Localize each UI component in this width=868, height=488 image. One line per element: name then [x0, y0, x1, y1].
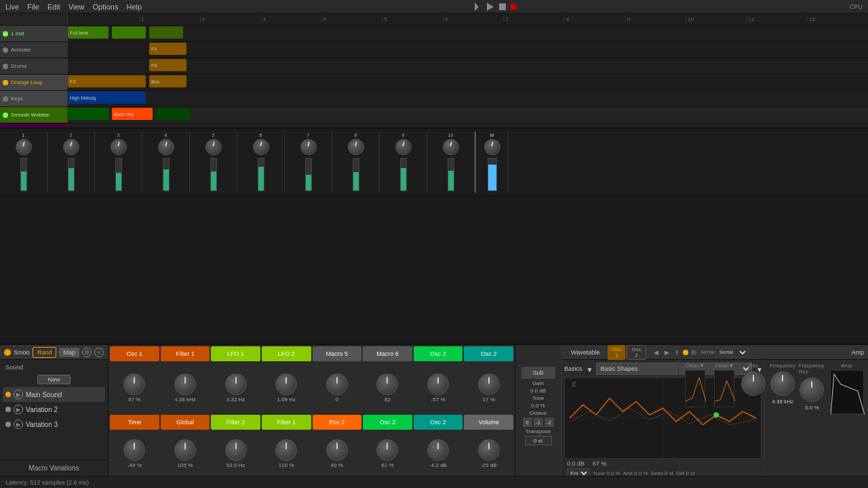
mixer-ch-8: 8 [332, 131, 380, 192]
mixer-send-knob-2[interactable] [63, 139, 79, 155]
track-7-clips[interactable] [68, 123, 868, 129]
macro-btn-osc2gain[interactable]: Osc 2Gain [414, 415, 463, 430]
sub-button[interactable]: Sub [521, 367, 555, 379]
octave-0-btn[interactable]: 0 [523, 418, 532, 427]
sound-item-var3[interactable]: ▶ Variation 3 [3, 417, 105, 432]
transpose-input[interactable] [525, 436, 552, 445]
mixer-send-knob-10[interactable] [443, 139, 459, 155]
menu-live[interactable]: Live [5, 3, 19, 11]
mixer-send-knob-4[interactable] [158, 139, 174, 155]
mixer-send-knob-3[interactable] [111, 139, 127, 155]
track-2-clips[interactable]: FX [68, 42, 868, 58]
mixer-send-knob-8[interactable] [348, 139, 364, 155]
macro-knob-osc2gain[interactable] [427, 439, 449, 461]
osc2-tab[interactable]: Osc 2 [627, 345, 646, 360]
macro-knob-lfo2rate[interactable] [275, 373, 297, 395]
mixer-send-knob-6[interactable] [253, 139, 269, 155]
macro-knob-osc2pos[interactable] [376, 439, 398, 461]
mixer-master: M [475, 131, 509, 192]
macro-btn-osc2effect2[interactable]: Osc 2Effect 2 [464, 346, 513, 361]
amp-label: Amp [851, 349, 864, 356]
menu-help[interactable]: Help [126, 3, 142, 11]
wt-pos-marker[interactable] [713, 412, 719, 418]
macro-btn-filter1freq[interactable]: Filter 1Freq [161, 346, 210, 361]
track-1-clips[interactable]: Full beat [68, 26, 868, 41]
macro-knob-macro5[interactable] [326, 373, 348, 395]
res-knob[interactable] [741, 371, 766, 396]
wavetable-title: Wavetable [571, 349, 599, 356]
mixer-send-knob-1[interactable] [16, 139, 32, 155]
new-sound-button[interactable]: New [37, 375, 70, 384]
time-mark-5: 5 [382, 16, 443, 22]
octave-minus2-btn[interactable]: -2 [545, 418, 554, 427]
macro-btn-time[interactable]: Time [110, 415, 159, 430]
stop-btn[interactable] [499, 3, 506, 10]
macro-btn-osc1pos[interactable]: Osc 1Pos [110, 346, 159, 361]
macro-btn-lfo1rate[interactable]: LFO 1Rate [211, 346, 260, 361]
macro-knob-time[interactable] [123, 439, 145, 461]
mixer-ch-5: 5 [190, 131, 237, 192]
wt-prev-btn[interactable]: ◀ [652, 348, 661, 357]
tone-label: Tone [532, 395, 544, 401]
sound-item-var2[interactable]: ▶ Variation 2 [3, 402, 105, 417]
wavetable-body: Basics ▼ Basic Shapes ▼ C [561, 360, 678, 481]
close-icon[interactable]: × [94, 348, 104, 357]
macro-knob-volume[interactable] [478, 439, 500, 461]
menu-edit[interactable]: Edit [47, 3, 60, 11]
macro-btn-lfo2rate[interactable]: LFO 2Rate [262, 346, 311, 361]
mixer-send-knob-9[interactable] [395, 139, 412, 155]
mixer-master-knob[interactable] [484, 139, 500, 155]
octave-buttons: 0 -1 -2 [523, 418, 554, 427]
macro-btn-macro5[interactable]: Macro 5 [313, 346, 362, 361]
freqres-knob[interactable] [800, 378, 824, 402]
macro-knob-env2peak[interactable] [326, 439, 348, 461]
osc1-tab[interactable]: Osc 1 [608, 345, 625, 360]
freq-knob[interactable] [770, 371, 795, 396]
macro-val-lfo2rate: 1.09 Hz [277, 396, 296, 403]
macro-knob-filter1freq[interactable] [174, 373, 196, 395]
menu-view[interactable]: View [68, 3, 85, 11]
play-btn[interactable] [487, 3, 495, 11]
menu-options[interactable]: Options [93, 3, 119, 11]
macro-btn-macro6[interactable]: Macro 6 [363, 346, 412, 361]
settings-icon[interactable]: ⚙ [82, 348, 92, 357]
macro-btn-osc2effect1[interactable]: Osc 2Effect 1 [414, 346, 463, 361]
record-btn[interactable] [510, 3, 517, 10]
octave-label: Octave [530, 410, 547, 416]
track-3-clips[interactable]: FX [68, 58, 868, 74]
main-sound-expand[interactable]: ▶ [14, 390, 23, 399]
macro-knob-filter1res[interactable] [275, 439, 297, 461]
sound-item-main[interactable]: ▶ Main Sound [3, 387, 105, 402]
serial-select[interactable]: Serial Parallel [715, 348, 749, 357]
wt-next-btn[interactable]: ▶ [663, 348, 672, 357]
macro-knob-filter2freq[interactable] [225, 439, 247, 461]
var2-expand[interactable]: ▶ [14, 405, 23, 414]
macro-knob-osc1pos[interactable] [123, 373, 145, 395]
macro-knob-globalmod[interactable] [174, 439, 196, 461]
macro-section: Osc 1Pos Filter 1Freq LFO 1Rate LFO 2Rat… [108, 345, 515, 476]
macro-btn-osc2pos[interactable]: Osc 2Pos [363, 415, 412, 430]
macro-btn-globalmod[interactable]: GlobalMod [161, 415, 210, 430]
macro-knob-osc2effect1[interactable] [427, 373, 449, 395]
menu-file[interactable]: File [27, 3, 39, 11]
macro-btn-filter1res[interactable]: Filter 1Res [262, 415, 311, 430]
mixer-send-knob-7[interactable] [300, 139, 317, 155]
macro-btn-filter2freq[interactable]: Filter 2Freq [211, 415, 260, 430]
macro-knob-macro6[interactable] [376, 373, 398, 395]
macro-knob-osc2effect2[interactable] [478, 373, 500, 395]
rand-button[interactable]: Rand [33, 347, 57, 358]
macro-val-filter2freq: 52.0 Hz [226, 462, 245, 468]
synth-chain-select: Serial Serial Parallel [701, 348, 749, 357]
track-4-clips[interactable]: FX Bus [68, 75, 868, 90]
octave-minus1-btn[interactable]: -1 [534, 418, 543, 427]
track-6-clips[interactable]: Bass seq [68, 107, 868, 123]
rewind-btn[interactable] [475, 3, 483, 11]
macro-knob-lfo1rate[interactable] [225, 373, 247, 395]
macro-btn-env2peak[interactable]: Env 2Peak [313, 415, 362, 430]
map-button[interactable]: Map [59, 348, 79, 357]
track-5-clips[interactable]: High Melody [68, 91, 868, 106]
mixer-send-knob-5[interactable] [205, 139, 222, 155]
var3-expand[interactable]: ▶ [14, 420, 23, 429]
macro-btn-volume[interactable]: Volume [464, 415, 513, 430]
macro-val-filter1res: 116 % [279, 462, 294, 468]
